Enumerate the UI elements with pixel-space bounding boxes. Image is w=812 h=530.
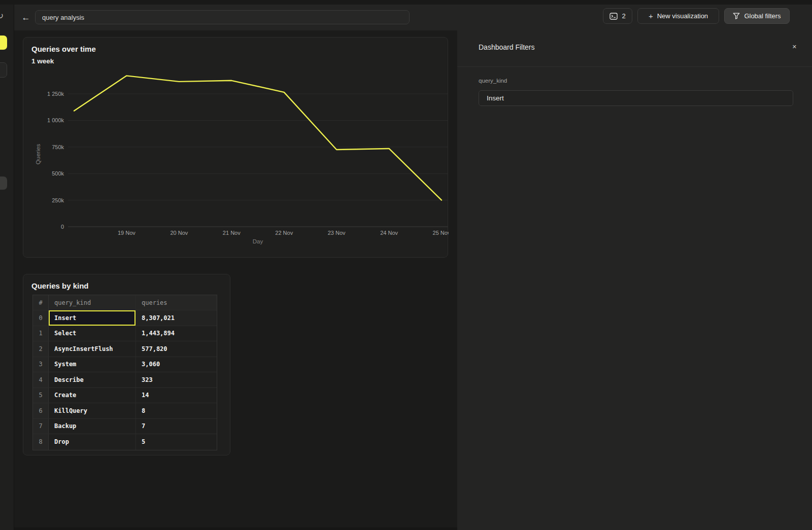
global-filters-button[interactable]: Global filters: [724, 8, 790, 24]
global-filters-label: Global filters: [744, 12, 781, 20]
svg-text:23 Nov: 23 Nov: [328, 230, 346, 236]
table-cell-index: 6: [33, 403, 49, 418]
table-cell-queries[interactable]: 1,443,894: [136, 326, 216, 341]
sidebar: ↻: [0, 5, 14, 530]
table-cell-query-kind[interactable]: Drop: [49, 434, 136, 450]
table-cell-query-kind[interactable]: AsyncInsertFlush: [49, 341, 136, 357]
sidebar-item[interactable]: [0, 176, 7, 190]
table-row: 3System3,060: [33, 357, 217, 373]
topbar: ← 2 + New visualization Global filters: [14, 5, 812, 30]
console-count: 2: [622, 12, 625, 20]
table-row: 6KillQuery8: [33, 403, 217, 419]
console-icon: [610, 13, 618, 20]
dashboard-filters-panel: Dashboard Filters ✕ query_kind Insert: [457, 30, 812, 530]
svg-text:21 Nov: 21 Nov: [223, 230, 241, 236]
table-cell-index: 2: [33, 341, 49, 357]
table-cell-queries[interactable]: 7: [136, 419, 216, 434]
table-cell-query-kind[interactable]: System: [49, 357, 136, 372]
table-cell-queries[interactable]: 14: [136, 388, 216, 403]
table-cell-queries[interactable]: 323: [136, 372, 216, 387]
svg-text:25 Nov: 25 Nov: [433, 230, 449, 236]
svg-text:750k: 750k: [52, 144, 64, 150]
query-kind-filter-label: query_kind: [479, 78, 507, 84]
table-cell-index: 8: [33, 434, 49, 450]
funnel-icon: [733, 13, 740, 19]
dashboard-title-input[interactable]: [35, 10, 410, 24]
sql-console-button[interactable]: 2: [603, 8, 632, 24]
table-cell-queries[interactable]: 8: [136, 403, 216, 418]
back-button[interactable]: ←: [19, 11, 32, 24]
svg-text:20 Nov: 20 Nov: [170, 230, 188, 236]
table-cell-query-kind[interactable]: KillQuery: [49, 403, 136, 418]
table-cell-query-kind[interactable]: Select: [49, 326, 136, 341]
svg-text:250k: 250k: [52, 197, 64, 203]
svg-text:Day: Day: [253, 238, 263, 244]
table-row: 5Create14: [33, 388, 217, 404]
svg-text:19 Nov: 19 Nov: [118, 230, 136, 236]
filters-panel-header: Dashboard Filters ✕: [457, 30, 812, 67]
history-refresh-icon[interactable]: ↻: [0, 11, 4, 21]
column-header-index: #: [33, 295, 49, 310]
table-row: 8Drop5: [33, 434, 217, 450]
table-cell-queries[interactable]: 577,820: [136, 341, 216, 357]
table-row: 4Describe323: [33, 372, 217, 388]
table-cell-query-kind[interactable]: Insert: [49, 310, 136, 326]
queries-by-kind-card: Queries by kind #query_kindqueries0Inser…: [23, 274, 230, 455]
table-cell-index: 4: [33, 372, 49, 387]
column-header-queries: queries: [136, 295, 216, 310]
window-top-strip: [0, 0, 812, 5]
svg-text:500k: 500k: [52, 170, 64, 176]
dashboard-app: ↻ ← 2 + New visualization: [0, 0, 812, 530]
table-title: Queries by kind: [31, 281, 89, 290]
queries-table: #query_kindqueries0Insert8,307,0211Selec…: [32, 295, 217, 450]
column-header-query-kind: query_kind: [49, 295, 136, 310]
table-row: 0Insert8,307,021: [33, 310, 217, 326]
table-header-row: #query_kindqueries: [33, 295, 217, 310]
table-cell-queries[interactable]: 3,060: [136, 357, 216, 372]
filters-panel-title: Dashboard Filters: [479, 43, 535, 51]
dashboard-canvas: Queries over time 1 week 0250k500k750k1 …: [14, 30, 457, 530]
sidebar-item-active[interactable]: [0, 36, 7, 50]
table-cell-index: 7: [33, 419, 49, 434]
plus-icon: +: [649, 12, 653, 20]
table-cell-index: 3: [33, 357, 49, 372]
svg-text:1 250k: 1 250k: [47, 91, 64, 97]
svg-text:24 Nov: 24 Nov: [380, 230, 398, 236]
query-kind-filter-input[interactable]: Insert: [479, 90, 793, 106]
table-cell-query-kind[interactable]: Backup: [49, 419, 136, 434]
table-cell-index: 1: [33, 326, 49, 341]
close-icon[interactable]: ✕: [790, 42, 799, 52]
table-cell-index: 5: [33, 388, 49, 403]
new-visualization-button[interactable]: + New visualization: [637, 8, 719, 24]
query-kind-filter-value: Insert: [487, 94, 504, 102]
table-row: 1Select1,443,894: [33, 326, 217, 342]
queries-over-time-card: Queries over time 1 week 0250k500k750k1 …: [23, 37, 448, 258]
svg-text:22 Nov: 22 Nov: [275, 230, 293, 236]
svg-text:0: 0: [61, 224, 64, 230]
table-row: 2AsyncInsertFlush577,820: [33, 341, 217, 357]
table-row: 7Backup7: [33, 419, 217, 435]
queries-over-time-plot: 0250k500k750k1 000k1 250k19 Nov20 Nov21 …: [23, 38, 449, 258]
table-cell-index: 0: [33, 310, 49, 326]
table-cell-query-kind[interactable]: Create: [49, 388, 136, 403]
sidebar-item[interactable]: [0, 62, 7, 78]
svg-text:Queries: Queries: [35, 144, 41, 165]
table-cell-queries[interactable]: 5: [136, 434, 216, 450]
table-cell-query-kind[interactable]: Describe: [49, 372, 136, 387]
table-cell-queries[interactable]: 8,307,021: [136, 310, 216, 326]
new-visualization-label: New visualization: [657, 12, 708, 20]
svg-text:1 000k: 1 000k: [47, 117, 64, 123]
